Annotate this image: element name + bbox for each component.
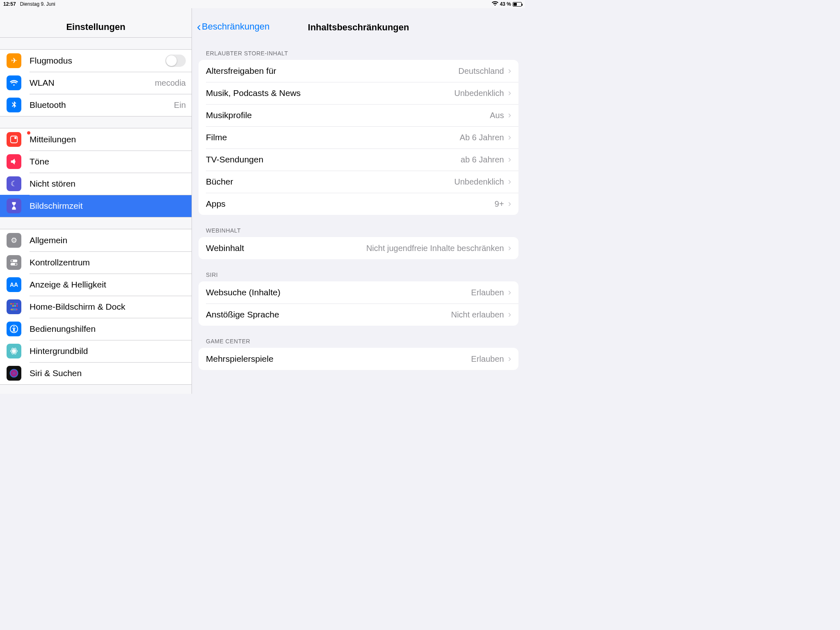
chevron-right-icon: › xyxy=(508,243,511,253)
setting-label: Websuche (Inhalte) xyxy=(206,288,471,297)
sidebar-item-label: Bedienungshilfen xyxy=(30,324,192,334)
svg-rect-7 xyxy=(10,303,11,304)
setting-label: Filme xyxy=(206,132,460,142)
svg-rect-12 xyxy=(12,305,14,306)
sidebar-item-t-ne[interactable]: Töne xyxy=(0,151,192,173)
setting-row-anst-ige-sprache[interactable]: Anstößige SpracheNicht erlauben› xyxy=(199,304,518,326)
chevron-left-icon: ‹ xyxy=(197,21,201,33)
svg-point-3 xyxy=(11,260,13,262)
back-button[interactable]: ‹ Beschränkungen xyxy=(197,21,269,33)
sidebar-item-home-bildschirm-dock[interactable]: Home-Bildschirm & Dock xyxy=(0,296,192,318)
section-header: Webinhalt xyxy=(192,215,525,237)
battery-icon xyxy=(513,2,522,7)
toggle-switch[interactable] xyxy=(165,55,186,67)
sidebar-item-label: Siri & Suchen xyxy=(30,368,192,378)
setting-value: Erlauben xyxy=(471,288,504,297)
bluetooth-icon xyxy=(7,98,21,112)
sidebar-item-label: Nicht stören xyxy=(30,179,192,189)
nicht stören-icon: ☾ xyxy=(7,176,21,191)
svg-point-1 xyxy=(14,137,16,139)
setting-label: Apps xyxy=(206,199,495,209)
svg-point-5 xyxy=(15,263,17,265)
wifi-icon xyxy=(7,75,21,90)
svg-rect-0 xyxy=(11,136,18,143)
sidebar-item-kontrollzentrum[interactable]: Kontrollzentrum xyxy=(0,251,192,274)
sidebar-item-label: Bluetooth xyxy=(30,100,174,110)
sidebar-item-label: Home-Bildschirm & Dock xyxy=(30,302,192,312)
setting-row-websuche-inhalte-[interactable]: Websuche (Inhalte)Erlauben› xyxy=(199,281,518,304)
sidebar-item-bildschirmzeit[interactable]: Bildschirmzeit xyxy=(0,195,192,217)
chevron-right-icon: › xyxy=(508,132,511,143)
back-label: Beschränkungen xyxy=(202,21,269,32)
svg-rect-9 xyxy=(14,303,16,304)
setting-label: Altersfreigaben für xyxy=(206,66,458,76)
sidebar-item-label: WLAN xyxy=(30,78,155,88)
sidebar-item-hintergrundbild[interactable]: Hintergrundbild xyxy=(0,340,192,362)
sidebar-header: Einstellungen xyxy=(0,8,192,38)
setting-value: Ab 6 Jahren xyxy=(460,133,504,142)
sidebar-title: Einstellungen xyxy=(66,22,125,32)
chevron-right-icon: › xyxy=(508,154,511,165)
sidebar-item-bluetooth[interactable]: BluetoothEin xyxy=(0,94,192,116)
setting-row-b-cher[interactable]: BücherUnbedenklich› xyxy=(199,171,518,193)
setting-row-tv-sendungen[interactable]: TV-Sendungenab 6 Jahren› xyxy=(199,148,518,171)
sidebar-item-label: Flugmodus xyxy=(30,56,165,66)
svg-point-21 xyxy=(13,326,14,327)
setting-label: Bücher xyxy=(206,177,454,187)
sidebar-item-siri-suchen[interactable]: Siri & Suchen xyxy=(0,362,192,384)
flugmodus-icon: ✈ xyxy=(7,53,21,68)
sidebar-item-mitteilungen[interactable]: Mitteilungen xyxy=(0,128,192,151)
speaker-icon xyxy=(7,154,21,169)
sidebar-item-wlan[interactable]: WLANmecodia xyxy=(0,72,192,94)
setting-value: ab 6 Jahren xyxy=(461,155,504,164)
chevron-right-icon: › xyxy=(508,287,511,298)
setting-row-filme[interactable]: FilmeAb 6 Jahren› xyxy=(199,126,518,148)
setting-row-altersfreigaben-f-r[interactable]: Altersfreigaben fürDeutschland› xyxy=(199,60,518,82)
status-date: Dienstag 9. Juni xyxy=(20,1,55,7)
section-header: Game Center xyxy=(192,326,525,348)
sidebar-item-value: mecodia xyxy=(155,78,192,88)
detail-pane: ‹ Beschränkungen Inhaltsbeschränkungen E… xyxy=(192,8,525,394)
settings-sidebar: Einstellungen ✈FlugmodusWLANmecodiaBluet… xyxy=(0,8,192,394)
hourglass-icon xyxy=(7,199,21,213)
allgemein-icon: ⚙ xyxy=(7,233,21,248)
sidebar-item-allgemein[interactable]: ⚙Allgemein xyxy=(0,229,192,251)
setting-label: Musik, Podcasts & News xyxy=(206,88,454,98)
chevron-right-icon: › xyxy=(508,66,511,76)
setting-row-apps[interactable]: Apps9+› xyxy=(199,193,518,215)
sidebar-item-flugmodus[interactable]: ✈Flugmodus xyxy=(0,50,192,72)
chevron-right-icon: › xyxy=(508,199,511,209)
setting-row-webinhalt[interactable]: WebinhaltNicht jugendfreie Inhalte besch… xyxy=(199,237,518,259)
grid-icon xyxy=(7,299,21,314)
setting-row-mehrspielerspiele[interactable]: MehrspielerspieleErlauben› xyxy=(199,348,518,370)
status-bar: 12:57 Dienstag 9. Juni 43 % xyxy=(0,0,525,8)
notification-badge xyxy=(27,131,31,135)
sidebar-item-nicht-st-ren[interactable]: ☾Nicht stören xyxy=(0,173,192,195)
sidebar-item-label: Kontrollzentrum xyxy=(30,258,192,267)
svg-point-27 xyxy=(10,369,18,378)
sidebar-item-bedienungshilfen[interactable]: Bedienungshilfen xyxy=(0,318,192,340)
svg-rect-16 xyxy=(11,309,13,310)
sidebar-item-value: Ein xyxy=(174,100,192,110)
svg-rect-10 xyxy=(16,303,18,304)
svg-rect-18 xyxy=(14,309,16,310)
accessibility-icon xyxy=(7,322,21,336)
setting-label: Webinhalt xyxy=(206,243,366,253)
setting-row-musikprofile[interactable]: MusikprofileAus› xyxy=(199,104,518,126)
svg-rect-19 xyxy=(16,309,17,310)
sidebar-item-label: Hintergrundbild xyxy=(30,346,192,356)
setting-row-musik-podcasts-news[interactable]: Musik, Podcasts & NewsUnbedenklich› xyxy=(199,82,518,104)
sidebar-item-label: Mitteilungen xyxy=(30,135,192,144)
sidebar-item-anzeige-helligkeit[interactable]: AAAnzeige & Helligkeit xyxy=(0,274,192,296)
svg-rect-17 xyxy=(13,309,14,310)
toggles-icon xyxy=(7,255,21,270)
detail-header: ‹ Beschränkungen Inhaltsbeschränkungen xyxy=(192,8,525,38)
setting-label: Anstößige Sprache xyxy=(206,310,451,320)
sidebar-item-label: Allgemein xyxy=(30,235,192,245)
setting-label: Musikprofile xyxy=(206,110,490,120)
sidebar-item-label: Töne xyxy=(30,157,192,167)
setting-value: Nicht jugendfreie Inhalte beschränken xyxy=(366,244,504,253)
battery-percent: 43 % xyxy=(500,1,511,7)
chevron-right-icon: › xyxy=(508,88,511,98)
siri-icon xyxy=(7,366,21,381)
